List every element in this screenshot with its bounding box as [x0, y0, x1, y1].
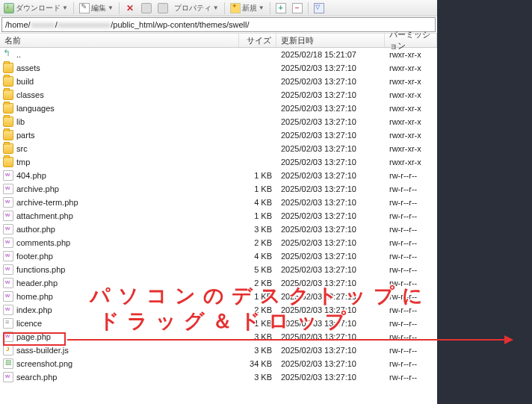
file-date: 2025/02/03 13:27:10: [276, 144, 385, 153]
php-icon: [3, 197, 13, 208]
expand-button[interactable]: +: [273, 2, 288, 14]
txt-icon: [3, 318, 13, 329]
file-name: footer.php: [16, 252, 53, 261]
file-date: 2025/02/03 13:27:10: [276, 198, 385, 207]
file-row[interactable]: search.php3 KB2025/02/03 13:27:10rw-r--r…: [0, 370, 437, 384]
file-perm: rw-r--r--: [385, 211, 437, 220]
file-size: 2 KB: [239, 238, 276, 247]
php-icon: [3, 237, 13, 248]
file-date: 2025/02/03 13:27:10: [276, 77, 385, 86]
file-date: 2025/02/03 13:27:10: [276, 90, 385, 99]
file-row[interactable]: assets2025/02/03 13:27:10rwxr-xr-x: [0, 61, 437, 75]
misc-button-1[interactable]: [139, 2, 154, 14]
file-perm: rwxr-xr-x: [385, 117, 437, 126]
folder-icon: [3, 143, 13, 154]
minus-icon: −: [292, 3, 303, 13]
file-row[interactable]: archive-term.php4 KB2025/02/03 13:27:10r…: [0, 196, 437, 209]
file-row[interactable]: screenshot.png34 KB2025/02/03 13:27:10rw…: [0, 357, 437, 370]
chevron-down-icon: ▼: [259, 4, 265, 11]
file-list[interactable]: ..2025/02/18 15:21:07rwxr-xr-xassets2025…: [0, 48, 437, 404]
file-perm: rw-r--r--: [385, 292, 437, 301]
file-perm: rw-r--r--: [385, 198, 437, 207]
file-row[interactable]: author.php3 KB2025/02/03 13:27:10rw-r--r…: [0, 223, 437, 236]
js-icon: [3, 345, 13, 355]
file-row[interactable]: header.php2 KB2025/02/03 13:27:10rw-r--r…: [0, 276, 437, 290]
php-icon: [3, 278, 13, 288]
php-icon: [3, 251, 13, 261]
file-row[interactable]: parts2025/02/03 13:27:10rwxr-xr-x: [0, 128, 437, 142]
separator: [308, 2, 309, 14]
file-name: page.php: [16, 332, 51, 341]
file-row[interactable]: src2025/02/03 13:27:10rwxr-xr-x: [0, 142, 437, 155]
file-date: 2025/02/03 13:27:10: [276, 346, 385, 355]
file-row[interactable]: ..2025/02/18 15:21:07rwxr-xr-x: [0, 48, 437, 61]
header-name[interactable]: 名前: [0, 34, 239, 47]
path-bar[interactable]: /home/xxxxxx/xxxxxxxxxxxxx/public_html/w…: [1, 17, 436, 32]
file-name: index.php: [16, 305, 52, 314]
file-row[interactable]: home.php1 KB2025/02/03 13:27:10rw-r--r--: [0, 290, 437, 303]
file-size: 4 KB: [239, 198, 276, 207]
misc-button-2[interactable]: [155, 2, 170, 14]
delete-button[interactable]: ✕: [123, 2, 137, 14]
file-perm: rw-r--r--: [385, 252, 437, 261]
new-button[interactable]: 新規 ▼: [228, 2, 267, 14]
path-prefix: /home/: [5, 20, 31, 29]
file-size: 2 KB: [239, 279, 276, 288]
delete-icon: ✕: [125, 3, 135, 13]
file-row[interactable]: build2025/02/03 13:27:10rwxr-xr-x: [0, 75, 437, 88]
file-row[interactable]: footer.php4 KB2025/02/03 13:27:10rw-r--r…: [0, 249, 437, 263]
file-size: 3 KB: [239, 373, 276, 382]
header-size[interactable]: サイズ: [239, 34, 276, 47]
file-row[interactable]: functions.php5 KB2025/02/03 13:27:10rw-r…: [0, 263, 437, 276]
file-perm: rw-r--r--: [385, 332, 437, 341]
file-date: 2025/02/03 13:27:10: [276, 332, 385, 341]
file-name: archive.php: [16, 184, 59, 193]
file-row[interactable]: licence1 KB2025/02/03 13:27:10rw-r--r--: [0, 317, 437, 330]
file-date: 2025/02/03 13:27:10: [276, 373, 385, 382]
file-name: classes: [16, 90, 44, 99]
properties-button[interactable]: プロパティ ▼: [172, 2, 221, 14]
file-row[interactable]: comments.php2 KB2025/02/03 13:27:10rw-r-…: [0, 236, 437, 249]
file-name: 404.php: [16, 171, 46, 180]
collapse-button[interactable]: −: [290, 2, 305, 14]
file-row[interactable]: 404.php1 KB2025/02/03 13:27:10rw-r--r--: [0, 169, 437, 182]
php-icon: [3, 170, 13, 181]
file-date: 2025/02/03 13:27:10: [276, 265, 385, 274]
header-perm[interactable]: パーミッション: [385, 34, 437, 47]
file-date: 2025/02/03 13:27:10: [276, 117, 385, 126]
file-row[interactable]: lib2025/02/03 13:27:10rwxr-xr-x: [0, 115, 437, 128]
png-icon: [3, 358, 13, 369]
file-row[interactable]: attachment.php1 KB2025/02/03 13:27:10rw-…: [0, 209, 437, 223]
file-name: licence: [16, 319, 42, 328]
misc-icon: [141, 3, 152, 13]
misc-icon: [158, 3, 168, 13]
file-row[interactable]: page.php3 KB2025/02/03 13:27:10rw-r--r--: [0, 330, 437, 344]
folder-icon: [3, 63, 13, 73]
php-icon: [3, 372, 13, 382]
file-row[interactable]: classes2025/02/03 13:27:10rwxr-xr-x: [0, 88, 437, 102]
filter-button[interactable]: [312, 2, 327, 14]
file-row[interactable]: languages2025/02/03 13:27:10rwxr-xr-x: [0, 102, 437, 115]
file-name: tmp: [16, 158, 30, 167]
header-date[interactable]: 更新日時: [276, 34, 385, 47]
file-date: 2025/02/03 13:27:10: [276, 305, 385, 314]
download-label: ダウンロード: [16, 3, 61, 13]
separator: [73, 2, 74, 14]
download-button[interactable]: ダウンロード ▼: [1, 2, 70, 14]
separator: [119, 2, 120, 14]
file-perm: rwxr-xr-x: [385, 104, 437, 113]
file-row[interactable]: tmp2025/02/03 13:27:10rwxr-xr-x: [0, 155, 437, 169]
file-name: parts: [16, 131, 34, 140]
file-date: 2025/02/03 13:27:10: [276, 211, 385, 220]
edit-button[interactable]: 編集 ▼: [77, 2, 116, 14]
file-perm: rwxr-xr-x: [385, 50, 437, 59]
file-row[interactable]: sass-builder.js3 KB2025/02/03 13:27:10rw…: [0, 344, 437, 357]
file-name: search.php: [16, 373, 57, 382]
file-row[interactable]: index.php2 KB2025/02/03 13:27:10rw-r--r-…: [0, 303, 437, 317]
column-headers: 名前 サイズ 更新日時 パーミッション: [0, 33, 437, 48]
file-name: comments.php: [16, 238, 70, 247]
file-perm: rw-r--r--: [385, 359, 437, 368]
file-size: 34 KB: [239, 359, 276, 368]
file-name: functions.php: [16, 265, 65, 274]
file-row[interactable]: archive.php1 KB2025/02/03 13:27:10rw-r--…: [0, 182, 437, 196]
